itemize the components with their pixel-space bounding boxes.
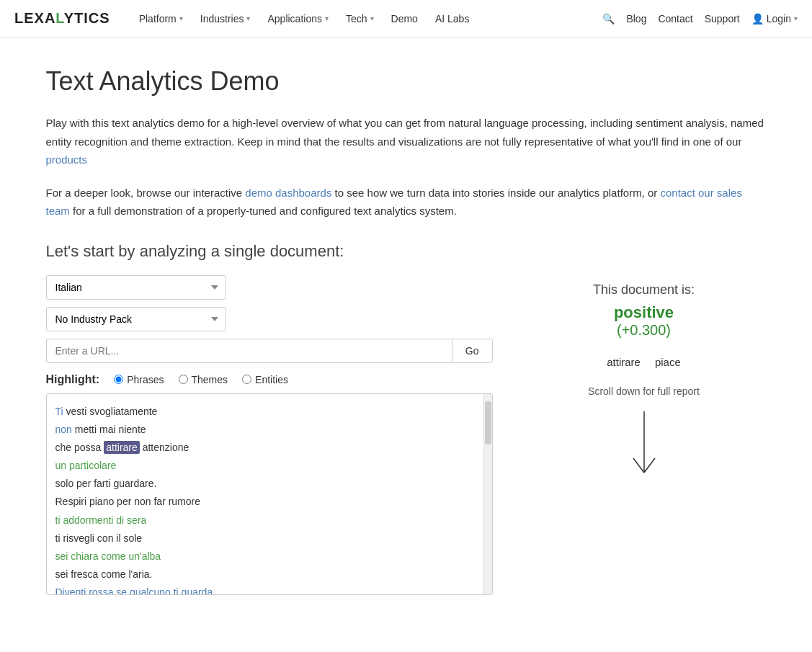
main-content: Text Analytics Demo Play with this text …: [24, 37, 788, 624]
scrollbar[interactable]: [483, 394, 492, 594]
demo-dashboards-link[interactable]: demo dashboards: [245, 187, 331, 199]
nav-ailabs-label: AI Labs: [435, 13, 469, 24]
go-button[interactable]: Go: [452, 339, 493, 363]
radio-entities[interactable]: Entities: [242, 374, 288, 385]
entities-label: Entities: [255, 374, 288, 385]
result-prefix: This document is:: [522, 282, 767, 298]
chevron-down-icon: ▾: [179, 14, 183, 22]
line-1: Ti vesti svogliatamente: [55, 403, 475, 421]
phrases-label: Phrases: [127, 374, 164, 385]
nav-right: 🔍 Blog Contact Support 👤 Login ▾: [602, 13, 798, 24]
keyword-2: piace: [655, 356, 681, 368]
line-9: sei chiara come un'alba: [55, 548, 475, 566]
line-2: non metti mai niente: [55, 421, 475, 439]
nav-contact-link[interactable]: Contact: [658, 13, 692, 24]
line-8: ti risvegli con il sole: [55, 530, 475, 548]
nav-item-applications[interactable]: Applications ▾: [260, 9, 336, 29]
svg-line-1: [633, 458, 644, 473]
nav-applications-label: Applications: [267, 13, 322, 24]
nav-item-tech[interactable]: Tech ▾: [339, 9, 381, 29]
line-3: che possa attirare attenzione: [55, 439, 475, 457]
line-5: solo per farti guardare.: [55, 475, 475, 493]
industry-control: No Industry Pack Finance Healthcare Reta…: [46, 307, 493, 331]
section-title: Let's start by analyzing a single docume…: [46, 242, 767, 261]
scrollbar-thumb: [485, 401, 491, 445]
intro-paragraph-1: Play with this text analytics demo for a…: [46, 114, 767, 169]
scroll-hint: Scroll down for full report: [522, 385, 767, 397]
line-7: ti addormenti di sera: [55, 512, 475, 530]
language-select[interactable]: Italian English Spanish French German: [46, 275, 226, 300]
scroll-arrow: [623, 411, 666, 491]
url-row: Go: [46, 339, 493, 363]
line-10: sei fresca come l'aria.: [55, 566, 475, 584]
radio-phrases[interactable]: Phrases: [114, 374, 164, 385]
text-content[interactable]: Ti vesti svogliatamente non metti mai ni…: [47, 394, 483, 594]
radio-themes[interactable]: Themes: [179, 374, 228, 385]
url-input[interactable]: [46, 339, 452, 363]
nav-item-industries[interactable]: Industries ▾: [193, 9, 258, 29]
chevron-down-icon: ▾: [794, 14, 798, 22]
nav-blog-link[interactable]: Blog: [626, 13, 646, 24]
result-keywords: attirare piace: [522, 356, 767, 368]
demo-layout: Italian English Spanish French German No…: [46, 275, 767, 595]
highlight-row: Highlight: Phrases Themes Entities: [46, 373, 493, 386]
navigation: LEXALYTICS Platform ▾ Industries ▾ Appli…: [0, 0, 812, 37]
nav-login-item[interactable]: 👤 Login ▾: [751, 13, 798, 24]
sentiment-score: (+0.300): [522, 322, 767, 339]
nav-demo-label: Demo: [391, 13, 418, 24]
nav-tech-label: Tech: [346, 13, 367, 24]
svg-line-2: [644, 458, 655, 473]
nav-support-link[interactable]: Support: [705, 13, 740, 24]
nav-item-platform[interactable]: Platform ▾: [132, 9, 190, 29]
themes-label: Themes: [192, 374, 228, 385]
language-control: Italian English Spanish French German: [46, 275, 493, 300]
chevron-down-icon: ▾: [370, 14, 374, 22]
nav-industries-label: Industries: [200, 13, 244, 24]
nav-login-label: Login: [767, 13, 791, 24]
sentiment-label: positive: [522, 303, 767, 322]
nav-platform-label: Platform: [139, 13, 177, 24]
chevron-down-icon: ▾: [246, 14, 250, 22]
highlight-label: Highlight:: [46, 373, 100, 386]
line-4: un particolare: [55, 457, 475, 475]
nav-links: Platform ▾ Industries ▾ Applications ▾ T…: [132, 9, 603, 29]
nav-item-ailabs[interactable]: AI Labs: [428, 9, 476, 29]
nav-item-demo[interactable]: Demo: [384, 9, 425, 29]
text-area-container: Ti vesti svogliatamente non metti mai ni…: [46, 393, 493, 595]
line-11: Diventi rossa se qualcuno ti guarda: [55, 584, 475, 594]
products-link[interactable]: products: [46, 153, 88, 166]
demo-right-panel: This document is: positive (+0.300) atti…: [522, 275, 767, 493]
industry-select[interactable]: No Industry Pack Finance Healthcare Reta…: [46, 307, 226, 331]
logo[interactable]: LEXALYTICS: [14, 10, 110, 27]
search-icon[interactable]: 🔍: [602, 13, 615, 24]
page-title: Text Analytics Demo: [46, 66, 767, 97]
chevron-down-icon: ▾: [325, 14, 329, 22]
demo-left-panel: Italian English Spanish French German No…: [46, 275, 493, 595]
logo-text: LEXALYTICS: [14, 10, 110, 27]
keyword-1: attirare: [607, 356, 641, 368]
intro-paragraph-2: For a deeper look, browse our interactiv…: [46, 184, 767, 220]
line-6: Respiri piano per non far rumore: [55, 493, 475, 511]
user-icon: 👤: [751, 13, 764, 24]
